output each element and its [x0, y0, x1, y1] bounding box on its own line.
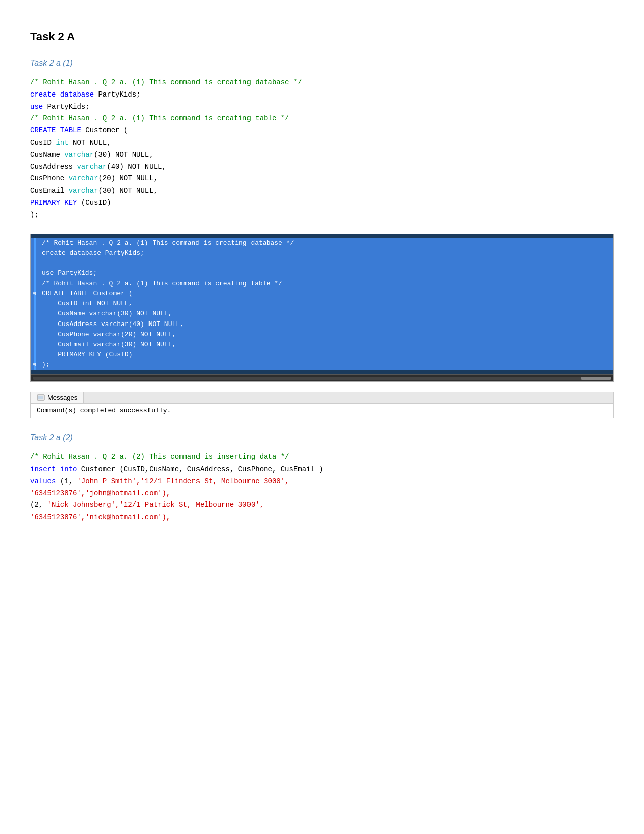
code-line: insert into Customer (CusID,CusName, Cus… [30, 464, 614, 476]
code-line: /* Rohit Hasan . Q 2 a. (1) This command… [30, 113, 614, 125]
editor-line: CusEmail varchar(30) NOT NULL, [31, 340, 613, 350]
code-line: CusPhone varchar(20) NOT NULL, [30, 173, 614, 185]
editor-line: CusAddress varchar(40) NOT NULL, [31, 319, 613, 330]
editor-line: create database PartyKids; [31, 248, 613, 258]
editor-line: ⊟CREATE TABLE Customer ( [31, 289, 613, 299]
editor-line [31, 258, 613, 268]
messages-content: Command(s) completed successfully. [31, 404, 613, 418]
messages-tab-label: Messages [47, 394, 77, 401]
code-line: ); [30, 209, 614, 221]
code-line: /* Rohit Hasan . Q 2 a. (1) This command… [30, 77, 614, 89]
code-line: CREATE TABLE Customer ( [30, 125, 614, 137]
code-line: /* Rohit Hasan . Q 2 a. (2) This command… [30, 451, 614, 464]
task2-plain-code: /* Rohit Hasan . Q 2 a. (2) This command… [30, 451, 614, 524]
editor-line: use PartyKids; [31, 268, 613, 279]
editor-line: PRIMARY KEY (CusID) [31, 350, 613, 360]
editor-line: ⊟); [31, 360, 613, 370]
page-title: Task 2 A [30, 30, 614, 43]
code-line: (2, 'Nick Johnsberg','12/1 Patrick St, M… [30, 499, 614, 512]
svg-rect-1 [38, 396, 43, 399]
messages-tab-icon [37, 394, 45, 401]
editor-line: CusName varchar(30) NOT NULL, [31, 309, 613, 319]
task2-subtitle: Task 2 a (2) [30, 433, 614, 442]
messages-tab[interactable]: Messages [31, 392, 84, 403]
editor-line: CusID int NOT NULL, [31, 299, 613, 309]
code-line: CusAddress varchar(40) NOT NULL, [30, 161, 614, 173]
editor-line: /* Rohit Hasan . Q 2 a. (1) This command… [31, 238, 613, 248]
task1-subtitle: Task 2 a (1) [30, 59, 614, 68]
code-line: '6345123876','john@hotmail.com'), [30, 488, 614, 500]
code-line: CusID int NOT NULL, [30, 137, 614, 149]
editor-line: /* Rohit Hasan . Q 2 a. (1) This command… [31, 279, 613, 289]
editor-line: CusPhone varchar(20) NOT NULL, [31, 330, 613, 340]
task1-plain-code: /* Rohit Hasan . Q 2 a. (1) This command… [30, 77, 614, 221]
code-line: values (1, 'John P Smith','12/1 Flinders… [30, 476, 614, 488]
code-line: CusEmail varchar(30) NOT NULL, [30, 185, 614, 197]
code-line: PRIMARY KEY (CusID) [30, 197, 614, 209]
code-line: use PartyKids; [30, 101, 614, 113]
messages-area: Messages Command(s) completed successful… [30, 392, 614, 418]
sql-editor-screenshot: /* Rohit Hasan . Q 2 a. (1) This command… [30, 234, 614, 382]
code-line: '6345123876','nick@hotmail.com'), [30, 512, 614, 524]
code-line: create database PartyKids; [30, 89, 614, 101]
code-line: CusName varchar(30) NOT NULL, [30, 149, 614, 161]
